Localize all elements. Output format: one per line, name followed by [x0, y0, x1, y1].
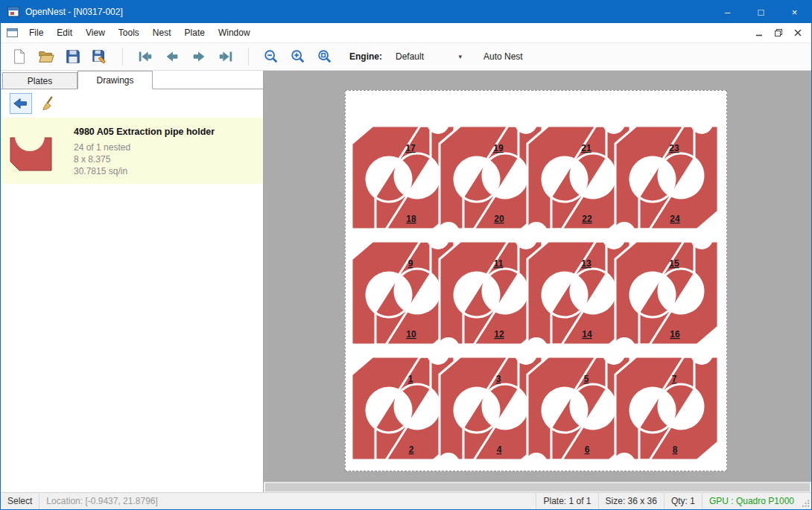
edge-notch [515, 342, 537, 365]
zoom-in-button[interactable] [287, 45, 309, 68]
broom-icon [42, 95, 58, 112]
drawing-nested-count: 24 of 1 nested [74, 141, 215, 153]
return-arrow-icon [13, 95, 29, 112]
status-size: Size: 36 x 36 [599, 493, 664, 509]
save-as-button[interactable] [89, 45, 111, 68]
drawing-title: 4980 A05 Extraction pipe holder [74, 127, 215, 137]
return-button[interactable] [10, 93, 32, 114]
menubar: File Edit View Tools Nest Plate Window [1, 23, 811, 42]
nest-canvas[interactable]: 171819202122232491011121314151612345678 [264, 71, 811, 482]
mdi-window-buttons [752, 27, 811, 39]
clean-button[interactable] [39, 93, 61, 114]
part-number: 24 [670, 214, 680, 224]
menu-window[interactable]: Window [212, 24, 257, 42]
menu-tools[interactable]: Tools [112, 24, 146, 42]
nest-pair[interactable] [615, 126, 718, 229]
new-button[interactable] [8, 45, 31, 68]
edge-notch [427, 342, 449, 365]
go-previous-button[interactable] [161, 45, 183, 68]
part-number: 10 [406, 329, 416, 340]
part-number: 11 [494, 258, 504, 269]
part-number: 16 [670, 329, 680, 340]
menu-view[interactable]: View [79, 24, 112, 42]
zoom-in-icon [290, 48, 306, 65]
new-file-icon [11, 48, 28, 65]
nest-pair[interactable] [615, 357, 718, 460]
plate: 171819202122232491011121314151612345678 [345, 90, 727, 471]
nest-svg: 171819202122232491011121314151612345678 [346, 91, 726, 471]
engine-combobox[interactable]: Default ▾ [393, 48, 467, 66]
drawings-list: 4980 A05 Extraction pipe holder 24 of 1 … [1, 118, 263, 492]
save-icon [65, 48, 81, 65]
right-area: 171819202122232491011121314151612345678 [264, 71, 811, 492]
hscroll-thumb[interactable] [265, 483, 810, 491]
part-number: 19 [493, 143, 504, 153]
auto-nest-button[interactable]: Auto Nest [483, 51, 523, 62]
horizontal-scrollbar[interactable] [264, 482, 811, 492]
app-icon [7, 6, 19, 18]
body-area: Plates Drawings 4980 A05 Extraction pipe… [1, 71, 811, 492]
minimize-button[interactable]: – [711, 1, 744, 23]
go-next-icon [191, 48, 207, 65]
nest-pair[interactable] [615, 241, 718, 345]
edge-notch [691, 342, 713, 365]
menu-plate[interactable]: Plate [178, 24, 212, 42]
part-number: 17 [405, 143, 416, 153]
close-button[interactable]: × [778, 1, 811, 23]
status-location: Location: [-0.9437, 21.8796] [39, 493, 164, 509]
titlebar: OpenNest - [N0317-002] – □ × [1, 1, 811, 23]
maximize-button[interactable]: □ [744, 1, 778, 23]
part-number: 15 [669, 258, 679, 269]
part-number: 1 [408, 374, 413, 384]
part-number: 12 [494, 329, 504, 340]
zoom-out-button[interactable] [260, 45, 282, 68]
mdi-restore-button[interactable] [771, 27, 786, 39]
drawing-item[interactable]: 4980 A05 Extraction pipe holder 24 of 1 … [1, 118, 263, 184]
go-first-button[interactable] [134, 45, 156, 68]
zoom-out-icon [263, 48, 279, 65]
status-qty: Qty: 1 [664, 493, 702, 509]
window-title: OpenNest - [N0317-002] [25, 7, 123, 17]
zoom-fit-button[interactable] [314, 45, 336, 68]
mdi-minimize-button[interactable] [752, 27, 767, 39]
save-button[interactable] [62, 45, 84, 68]
part-number: 13 [581, 258, 591, 269]
left-panel: Plates Drawings 4980 A05 Extraction pipe… [1, 71, 264, 492]
part-number: 9 [408, 258, 413, 269]
menu-edit[interactable]: Edit [50, 24, 79, 42]
zoom-fit-icon [317, 48, 333, 65]
part-number: 4 [497, 444, 502, 455]
chevron-down-icon[interactable]: ▾ [456, 53, 464, 60]
engine-label: Engine: [349, 51, 382, 62]
go-next-button[interactable] [188, 45, 210, 68]
edge-notch [515, 112, 537, 134]
part-number: 23 [669, 143, 679, 153]
part-number: 3 [496, 374, 501, 384]
part-number: 21 [581, 143, 591, 153]
resize-grip[interactable] [801, 493, 811, 509]
drawing-item-text: 4980 A05 Extraction pipe holder 24 of 1 … [74, 124, 215, 177]
menu-nest[interactable]: Nest [146, 24, 178, 42]
edge-notch [691, 112, 713, 134]
edge-notch [691, 227, 713, 249]
statusbar: Select Location: [-0.9437, 21.8796] Plat… [1, 492, 811, 509]
part-number: 14 [582, 329, 592, 340]
part-number: 8 [673, 444, 678, 455]
edge-notch [427, 227, 449, 249]
tab-drawings[interactable]: Drawings [77, 71, 153, 89]
nest-row: 12345678 [352, 342, 723, 471]
menu-file[interactable]: File [22, 24, 50, 42]
tab-plates[interactable]: Plates [2, 72, 77, 89]
status-gpu: GPU : Quadro P1000 [702, 493, 801, 509]
main-toolbar: Engine: Default ▾ Auto Nest [1, 42, 811, 71]
go-last-button[interactable] [215, 45, 237, 68]
edge-notch [515, 227, 537, 249]
mdi-close-button[interactable] [790, 27, 805, 39]
panel-toolbar [1, 89, 263, 118]
nest-row: 1718192021222324 [352, 112, 723, 244]
toolbar-separator [122, 48, 123, 66]
part-number: 5 [584, 374, 589, 384]
open-button[interactable] [35, 45, 57, 68]
mdi-child-icon[interactable] [7, 28, 18, 38]
part-number: 18 [406, 214, 416, 224]
